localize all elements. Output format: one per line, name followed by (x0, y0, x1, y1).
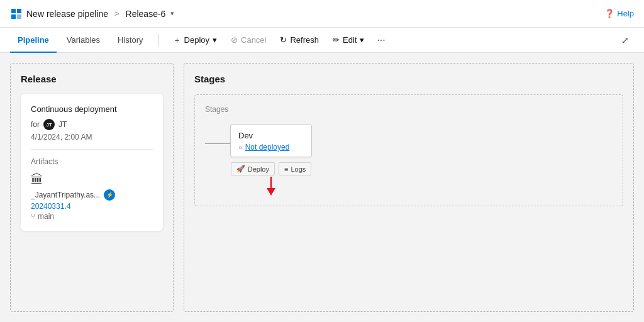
artifact-badge-icon: ⚡ (104, 189, 115, 201)
stages-inner: Stages Dev ○ Not deployed 🚀 Deplo (194, 94, 623, 206)
svg-rect-0 (11, 9, 16, 13)
expand-icon: ⤢ (621, 35, 629, 45)
status-icon: ○ (238, 143, 243, 151)
release-name: Release-6 (126, 9, 166, 19)
artifact-row: _JayantTripathy.as... ⚡ (31, 189, 153, 201)
app-logo (10, 8, 23, 20)
for-label: for (31, 120, 40, 129)
status-link[interactable]: Not deployed (245, 143, 290, 152)
stage-status: ○ Not deployed (238, 143, 304, 152)
arrow-indicator (264, 177, 279, 196)
release-panel: Release Continuous deployment for JT JT … (10, 63, 174, 312)
svg-marker-5 (267, 188, 275, 196)
expand-button[interactable]: ⤢ (616, 32, 634, 48)
breadcrumb-separator: > (114, 9, 119, 18)
cancel-icon: ⊘ (231, 35, 238, 45)
top-bar-left: New release pipeline > Release-6 ▾ (10, 8, 175, 20)
branch-icon: ⑂ (31, 212, 35, 221)
stages-panel: Stages Stages Dev ○ Not deployed 🚀 (184, 63, 634, 312)
stage-card-dev: Dev ○ Not deployed (230, 124, 312, 157)
logo-icon (10, 8, 23, 20)
deployment-title: Continuous deployment (31, 104, 153, 114)
edit-button[interactable]: ✏ Edit ▾ (326, 32, 370, 48)
edit-chevron-icon: ▾ (360, 35, 364, 45)
deployment-card: Continuous deployment for JT JT 4/1/2024… (21, 94, 163, 231)
nav-divider (158, 34, 159, 47)
stage-deploy-icon: 🚀 (236, 165, 245, 173)
stage-deploy-button[interactable]: 🚀 Deploy (231, 162, 275, 175)
user-name: JT (58, 120, 67, 129)
nav-actions: ＋ Deploy ▾ ⊘ Cancel ↻ Refresh ✏ Edit ▾ ·… (167, 31, 391, 49)
stage-logs-button[interactable]: ≡ Logs (279, 162, 311, 175)
connector-line (205, 143, 230, 144)
svg-rect-2 (11, 14, 16, 19)
artifact-name: _JayantTripathy.as... (31, 191, 100, 199)
cancel-button[interactable]: ⊘ Cancel (225, 32, 272, 48)
svg-rect-3 (17, 14, 21, 19)
artifact-branch: ⑂ main (31, 212, 153, 221)
help-link[interactable]: ❓ Help (604, 9, 634, 18)
stages-inner-title: Stages (205, 105, 613, 114)
deploy-chevron-icon: ▾ (213, 35, 217, 45)
tab-variables[interactable]: Variables (59, 28, 108, 53)
release-panel-title: Release (21, 74, 163, 84)
refresh-button[interactable]: ↻ Refresh (274, 32, 325, 48)
main-content: Release Continuous deployment for JT JT … (0, 53, 644, 322)
stages-panel-title: Stages (194, 74, 623, 84)
deploy-button[interactable]: ＋ Deploy ▾ (167, 31, 223, 49)
pipeline-title: New release pipeline (26, 9, 108, 19)
more-options-button[interactable]: ··· (372, 31, 390, 49)
release-dropdown-button[interactable]: ▾ (169, 8, 175, 19)
artifact-version[interactable]: 20240331.4 (31, 202, 153, 211)
user-avatar: JT (43, 119, 55, 130)
help-icon: ❓ (604, 9, 614, 18)
artifact-icon: 🏛 (31, 172, 153, 187)
artifacts-label: Artifacts (31, 157, 153, 166)
stage-buttons: 🚀 Deploy ≡ Logs (231, 162, 312, 175)
tab-history[interactable]: History (110, 28, 150, 53)
deployment-date: 4/1/2024, 2:00 AM (31, 133, 153, 142)
stage-logs-icon: ≡ (284, 165, 288, 173)
top-bar: New release pipeline > Release-6 ▾ ❓ Hel… (0, 0, 644, 28)
deploy-icon: ＋ (173, 35, 181, 46)
refresh-icon: ↻ (280, 35, 287, 45)
svg-rect-1 (17, 9, 21, 13)
artifacts-section: Artifacts 🏛 _JayantTripathy.as... ⚡ 2024… (31, 157, 153, 221)
tab-pipeline[interactable]: Pipeline (10, 28, 57, 53)
stage-name: Dev (238, 131, 304, 140)
nav-bar: Pipeline Variables History ＋ Deploy ▾ ⊘ … (0, 28, 644, 53)
edit-icon: ✏ (333, 35, 340, 45)
stage-connector: Dev ○ Not deployed 🚀 Deploy ≡ (205, 124, 613, 196)
deployment-for: for JT JT (31, 119, 153, 130)
artifacts-divider (31, 149, 153, 150)
